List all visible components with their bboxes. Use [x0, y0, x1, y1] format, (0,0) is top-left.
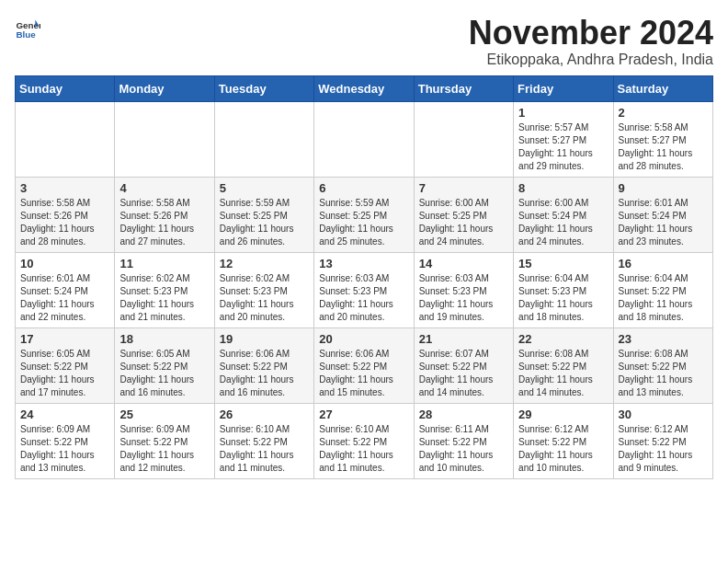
- day-number: 15: [518, 257, 608, 270]
- calendar-week-row: 3Sunrise: 5:58 AM Sunset: 5:26 PM Daylig…: [16, 177, 713, 252]
- day-number: 29: [518, 408, 608, 421]
- day-number: 1: [518, 106, 608, 120]
- calendar-week-row: 1Sunrise: 5:57 AM Sunset: 5:27 PM Daylig…: [16, 101, 713, 177]
- day-number: 24: [20, 408, 109, 421]
- calendar-week-row: 10Sunrise: 6:01 AM Sunset: 5:24 PM Dayli…: [16, 252, 713, 327]
- day-info: Sunrise: 6:12 AM Sunset: 5:22 PM Dayligh…: [619, 423, 708, 475]
- calendar-cell: 22Sunrise: 6:08 AM Sunset: 5:22 PM Dayli…: [514, 327, 613, 403]
- day-number: 22: [518, 332, 608, 346]
- calendar-cell: 9Sunrise: 6:01 AM Sunset: 5:24 PM Daylig…: [613, 177, 712, 252]
- day-number: 18: [119, 332, 209, 346]
- day-info: Sunrise: 6:09 AM Sunset: 5:22 PM Dayligh…: [119, 423, 209, 475]
- day-info: Sunrise: 6:08 AM Sunset: 5:22 PM Dayligh…: [619, 348, 708, 399]
- day-number: 12: [220, 257, 309, 270]
- weekday-header-friday: Friday: [514, 75, 613, 101]
- calendar-cell: [214, 101, 313, 177]
- day-number: 14: [419, 257, 508, 270]
- calendar-cell: 23Sunrise: 6:08 AM Sunset: 5:22 PM Dayli…: [613, 327, 712, 403]
- calendar-week-row: 24Sunrise: 6:09 AM Sunset: 5:22 PM Dayli…: [16, 403, 713, 478]
- day-info: Sunrise: 6:05 AM Sunset: 5:22 PM Dayligh…: [119, 348, 209, 399]
- day-number: 5: [220, 181, 309, 195]
- day-info: Sunrise: 5:58 AM Sunset: 5:26 PM Dayligh…: [119, 197, 209, 248]
- day-info: Sunrise: 6:03 AM Sunset: 5:23 PM Dayligh…: [319, 272, 408, 324]
- calendar-cell: 28Sunrise: 6:11 AM Sunset: 5:22 PM Dayli…: [414, 403, 513, 478]
- day-info: Sunrise: 6:01 AM Sunset: 5:24 PM Dayligh…: [20, 272, 109, 324]
- day-info: Sunrise: 5:59 AM Sunset: 5:25 PM Dayligh…: [319, 197, 408, 248]
- day-number: 11: [119, 257, 209, 270]
- weekday-header-monday: Monday: [115, 75, 214, 101]
- day-number: 4: [119, 181, 209, 195]
- day-info: Sunrise: 6:01 AM Sunset: 5:24 PM Dayligh…: [619, 197, 708, 248]
- day-number: 6: [319, 181, 408, 195]
- calendar-cell: 18Sunrise: 6:05 AM Sunset: 5:22 PM Dayli…: [115, 327, 214, 403]
- weekday-header-thursday: Thursday: [414, 75, 513, 101]
- day-number: 30: [619, 408, 708, 421]
- day-info: Sunrise: 6:07 AM Sunset: 5:22 PM Dayligh…: [419, 348, 508, 399]
- day-info: Sunrise: 6:11 AM Sunset: 5:22 PM Dayligh…: [419, 423, 508, 475]
- calendar-cell: 14Sunrise: 6:03 AM Sunset: 5:23 PM Dayli…: [414, 252, 513, 327]
- calendar-cell: 19Sunrise: 6:06 AM Sunset: 5:22 PM Dayli…: [214, 327, 313, 403]
- day-number: 19: [220, 332, 309, 346]
- title-area: November 2024 Etikoppaka, Andhra Pradesh…: [469, 15, 713, 68]
- calendar-cell: 30Sunrise: 6:12 AM Sunset: 5:22 PM Dayli…: [613, 403, 712, 478]
- calendar-cell: 20Sunrise: 6:06 AM Sunset: 5:22 PM Dayli…: [314, 327, 414, 403]
- day-info: Sunrise: 6:06 AM Sunset: 5:22 PM Dayligh…: [220, 348, 309, 399]
- calendar-table: SundayMondayTuesdayWednesdayThursdayFrid…: [15, 75, 713, 479]
- day-number: 26: [220, 408, 309, 421]
- weekday-header-row: SundayMondayTuesdayWednesdayThursdayFrid…: [16, 75, 713, 101]
- calendar-cell: 21Sunrise: 6:07 AM Sunset: 5:22 PM Dayli…: [414, 327, 513, 403]
- day-number: 28: [419, 408, 508, 421]
- calendar-cell: 15Sunrise: 6:04 AM Sunset: 5:23 PM Dayli…: [514, 252, 613, 327]
- calendar-cell: 2Sunrise: 5:58 AM Sunset: 5:27 PM Daylig…: [613, 101, 712, 177]
- day-info: Sunrise: 6:09 AM Sunset: 5:22 PM Dayligh…: [20, 423, 109, 475]
- svg-text:Blue: Blue: [16, 29, 36, 40]
- calendar-cell: 25Sunrise: 6:09 AM Sunset: 5:22 PM Dayli…: [115, 403, 214, 478]
- day-info: Sunrise: 6:06 AM Sunset: 5:22 PM Dayligh…: [319, 348, 408, 399]
- calendar-cell: 29Sunrise: 6:12 AM Sunset: 5:22 PM Dayli…: [514, 403, 613, 478]
- calendar-cell: 8Sunrise: 6:00 AM Sunset: 5:24 PM Daylig…: [514, 177, 613, 252]
- day-number: 23: [619, 332, 708, 346]
- day-info: Sunrise: 5:58 AM Sunset: 5:27 PM Dayligh…: [619, 121, 708, 173]
- calendar-cell: 5Sunrise: 5:59 AM Sunset: 5:25 PM Daylig…: [214, 177, 313, 252]
- calendar-cell: 13Sunrise: 6:03 AM Sunset: 5:23 PM Dayli…: [314, 252, 414, 327]
- day-number: 10: [20, 257, 109, 270]
- day-number: 13: [319, 257, 408, 270]
- calendar-cell: [314, 101, 414, 177]
- weekday-header-tuesday: Tuesday: [214, 75, 313, 101]
- day-number: 7: [419, 181, 508, 195]
- location-title: Etikoppaka, Andhra Pradesh, India: [469, 52, 713, 68]
- day-info: Sunrise: 6:03 AM Sunset: 5:23 PM Dayligh…: [419, 272, 508, 324]
- calendar-cell: 12Sunrise: 6:02 AM Sunset: 5:23 PM Dayli…: [214, 252, 313, 327]
- day-number: 3: [20, 181, 109, 195]
- header: General Blue November 2024 Etikoppaka, A…: [15, 15, 713, 68]
- calendar-cell: 10Sunrise: 6:01 AM Sunset: 5:24 PM Dayli…: [16, 252, 115, 327]
- calendar-week-row: 17Sunrise: 6:05 AM Sunset: 5:22 PM Dayli…: [16, 327, 713, 403]
- day-info: Sunrise: 6:00 AM Sunset: 5:24 PM Dayligh…: [518, 197, 608, 248]
- day-number: 21: [419, 332, 508, 346]
- day-number: 2: [619, 106, 708, 120]
- calendar-cell: 4Sunrise: 5:58 AM Sunset: 5:26 PM Daylig…: [115, 177, 214, 252]
- calendar-cell: 1Sunrise: 5:57 AM Sunset: 5:27 PM Daylig…: [514, 101, 613, 177]
- month-title: November 2024: [469, 15, 713, 52]
- day-number: 17: [20, 332, 109, 346]
- day-number: 25: [119, 408, 209, 421]
- calendar-cell: 16Sunrise: 6:04 AM Sunset: 5:22 PM Dayli…: [613, 252, 712, 327]
- calendar-cell: 26Sunrise: 6:10 AM Sunset: 5:22 PM Dayli…: [214, 403, 313, 478]
- weekday-header-saturday: Saturday: [613, 75, 712, 101]
- day-info: Sunrise: 6:08 AM Sunset: 5:22 PM Dayligh…: [518, 348, 608, 399]
- day-number: 27: [319, 408, 408, 421]
- day-info: Sunrise: 6:02 AM Sunset: 5:23 PM Dayligh…: [119, 272, 209, 324]
- day-info: Sunrise: 6:04 AM Sunset: 5:23 PM Dayligh…: [518, 272, 608, 324]
- day-info: Sunrise: 6:10 AM Sunset: 5:22 PM Dayligh…: [220, 423, 309, 475]
- day-info: Sunrise: 6:00 AM Sunset: 5:25 PM Dayligh…: [419, 197, 508, 248]
- day-info: Sunrise: 6:12 AM Sunset: 5:22 PM Dayligh…: [518, 423, 608, 475]
- day-number: 16: [619, 257, 708, 270]
- day-info: Sunrise: 6:02 AM Sunset: 5:23 PM Dayligh…: [220, 272, 309, 324]
- day-info: Sunrise: 6:10 AM Sunset: 5:22 PM Dayligh…: [319, 423, 408, 475]
- day-info: Sunrise: 5:57 AM Sunset: 5:27 PM Dayligh…: [518, 121, 608, 173]
- day-info: Sunrise: 5:58 AM Sunset: 5:26 PM Dayligh…: [20, 197, 109, 248]
- day-number: 9: [619, 181, 708, 195]
- calendar-cell: 17Sunrise: 6:05 AM Sunset: 5:22 PM Dayli…: [16, 327, 115, 403]
- weekday-header-wednesday: Wednesday: [314, 75, 414, 101]
- calendar-cell: [414, 101, 513, 177]
